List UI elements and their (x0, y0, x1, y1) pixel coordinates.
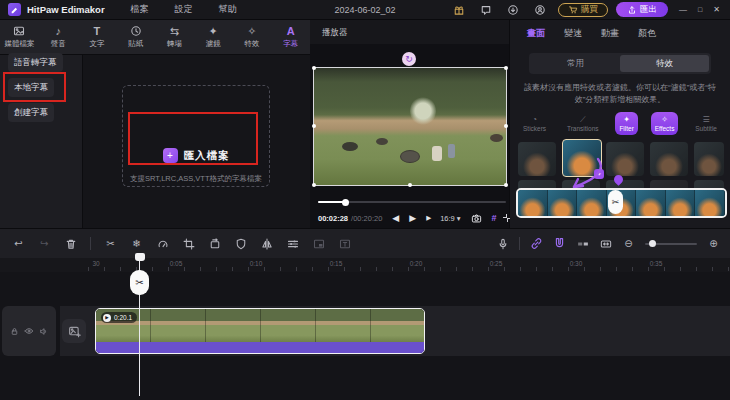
category-effects[interactable]: ✧ Effects (651, 112, 679, 135)
transitions-icon: ⟋ (580, 115, 586, 124)
zoom-out-icon[interactable]: ⊖ (622, 237, 635, 250)
pip-icon[interactable] (312, 237, 325, 250)
total-time: 00:20:20 (353, 214, 382, 223)
snapshot-icon[interactable] (471, 213, 482, 224)
split-icon[interactable]: ✂ (104, 237, 117, 250)
record-voiceover-icon[interactable] (496, 237, 509, 250)
feedback-icon[interactable] (479, 3, 492, 16)
rotate-handle-icon[interactable]: ↻ (402, 52, 416, 66)
selection-handle[interactable] (312, 183, 316, 187)
magnet-snap-icon[interactable] (553, 237, 566, 250)
fit-timeline-icon[interactable] (599, 237, 612, 250)
filter-thumb[interactable] (606, 142, 644, 176)
tab-speed[interactable]: 變速 (564, 27, 582, 40)
filter-thumb[interactable] (650, 142, 688, 176)
mute-icon[interactable] (39, 327, 48, 336)
delete-icon[interactable] (64, 237, 77, 250)
timeline-toolbar: ↩ ↪ ✂ ❄ (0, 228, 730, 258)
video-clip[interactable]: ▶ 0:20.1 (95, 308, 425, 354)
zoom-knob[interactable] (649, 240, 656, 247)
seek-knob[interactable] (342, 199, 349, 206)
category-stickers[interactable]: ◔ Stickers (519, 112, 550, 135)
nav-media-files[interactable]: 媒體檔案 (0, 20, 39, 54)
safe-area-grid-icon[interactable]: # (492, 213, 497, 223)
track-size-icon[interactable] (576, 237, 589, 250)
undo-icon[interactable]: ↩ (12, 237, 25, 250)
mask-icon[interactable] (234, 237, 247, 250)
category-transitions[interactable]: ⟋ Transitions (563, 112, 603, 135)
seek-bar[interactable] (318, 201, 506, 203)
nav-effects[interactable]: ✧ 特效 (233, 20, 272, 54)
project-name: 2024-06-02_02 (334, 5, 395, 15)
selection-handle[interactable] (312, 66, 316, 70)
media-files-icon (13, 25, 25, 38)
mirror-icon[interactable] (260, 237, 273, 250)
selection-handle[interactable] (408, 183, 412, 187)
close-button[interactable]: ✕ (713, 5, 720, 14)
nav-filter[interactable]: ✦ 濾鏡 (194, 20, 233, 54)
filter-thumb[interactable] (694, 142, 724, 176)
maximize-button[interactable]: □ (698, 6, 702, 13)
subtitle-icon: A (287, 25, 295, 38)
menu-file[interactable]: 檔案 (131, 3, 149, 16)
selection-handle[interactable] (504, 183, 508, 187)
nav-transition[interactable]: ⇆ 轉場 (155, 20, 194, 54)
tab-picture[interactable]: 畫面 (527, 27, 545, 40)
cut-cursor-icon: ✂ (130, 270, 149, 295)
minimize-button[interactable]: — (679, 5, 687, 14)
sidebar-item-create-subtitle[interactable]: 創建字幕 (8, 103, 54, 122)
prev-frame-button[interactable]: ◀ (392, 213, 399, 223)
menu-help[interactable]: 幫助 (219, 3, 237, 16)
timeline-ruler[interactable]: 30 0:05 0:10 0:15 0:20 0:25 0:30 0:35 (0, 258, 730, 272)
segment-common[interactable]: 常用 (531, 55, 620, 72)
filter-thumb[interactable] (518, 142, 556, 176)
subtitle-import-panel: + 匯入檔案 支援SRT,LRC,ASS,VTT格式的字幕檔案 (83, 55, 310, 228)
selection-handle[interactable] (504, 66, 508, 70)
segment-effects[interactable]: 特效 (620, 55, 709, 72)
playhead-handle[interactable] (135, 253, 145, 261)
visibility-icon[interactable] (24, 326, 34, 336)
play-button[interactable]: ▶ (409, 213, 416, 223)
nav-subtitle[interactable]: A 字幕 (271, 20, 310, 54)
replace-icon[interactable] (208, 237, 221, 250)
account-icon[interactable] (533, 3, 546, 16)
video-preview[interactable] (313, 67, 507, 186)
crop-icon[interactable] (182, 237, 195, 250)
tab-color[interactable]: 顏色 (638, 27, 656, 40)
lock-icon[interactable] (10, 327, 19, 336)
track-header (2, 306, 56, 356)
speed-icon[interactable] (156, 237, 169, 250)
next-frame-button[interactable]: ▶ (426, 214, 431, 222)
adjust-icon[interactable] (286, 237, 299, 250)
effects-icon: ✧ (247, 25, 256, 38)
export-button[interactable]: 匯出 (616, 2, 668, 17)
category-subtitle[interactable]: ☰ Subtitle (691, 112, 721, 135)
redo-icon[interactable]: ↪ (38, 237, 51, 250)
edimakor-window: HitPaw Edimakor 檔案 設定 幫助 2024-06-02_02 購… (0, 0, 730, 400)
buy-button[interactable]: 購買 (558, 3, 608, 17)
add-media-button[interactable] (62, 319, 86, 343)
menu-settings[interactable]: 設定 (175, 3, 193, 16)
sidebar-item-speech-to-subtitle[interactable]: 語音轉字幕 (8, 53, 63, 72)
freeze-frame-icon[interactable]: ❄ (130, 237, 143, 250)
selection-handle[interactable] (504, 124, 508, 128)
zoom-in-icon[interactable]: ⊕ (707, 237, 720, 250)
stickers-icon: ◔ (532, 115, 537, 124)
clip-play-icon: ▶ (103, 314, 111, 322)
download-icon[interactable] (506, 3, 519, 16)
nav-text[interactable]: T 文字 (78, 20, 117, 54)
category-filter[interactable]: ✦ Filter (615, 112, 637, 135)
app-logo-icon (8, 3, 21, 16)
gift-icon[interactable] (452, 3, 465, 16)
nav-sticker[interactable]: 貼紙 (116, 20, 155, 54)
buy-button-label: 購買 (581, 4, 598, 16)
selection-handle[interactable] (312, 124, 316, 128)
scene-person (432, 146, 442, 161)
link-clips-icon[interactable] (530, 237, 543, 250)
strip-scissors-icon: ✂ (608, 190, 623, 214)
aspect-ratio-select[interactable]: 16:9 ▾ (440, 214, 460, 223)
tab-animation[interactable]: 動畫 (601, 27, 619, 40)
text-tool-icon[interactable] (338, 237, 351, 250)
timeline-zoom-slider[interactable] (645, 243, 697, 245)
nav-audio[interactable]: ♪ 聲音 (39, 20, 78, 54)
